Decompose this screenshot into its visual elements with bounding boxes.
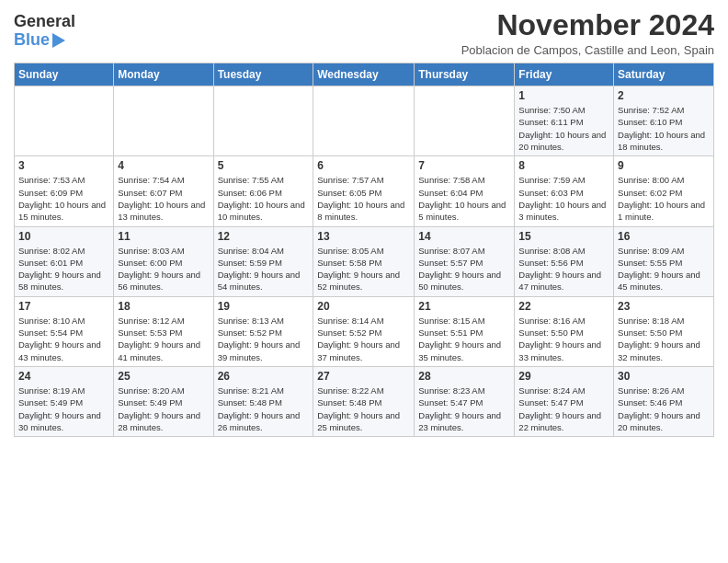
- day-number: 25: [118, 370, 209, 383]
- calendar-cell: 16Sunrise: 8:09 AM Sunset: 5:55 PM Dayli…: [614, 226, 714, 296]
- calendar-cell: 10Sunrise: 8:02 AM Sunset: 6:01 PM Dayli…: [15, 226, 114, 296]
- calendar-week-2: 3Sunrise: 7:53 AM Sunset: 6:09 PM Daylig…: [15, 156, 714, 226]
- calendar-week-1: 1Sunrise: 7:50 AM Sunset: 6:11 PM Daylig…: [15, 86, 714, 156]
- day-number: 1: [518, 89, 609, 102]
- calendar-cell: [15, 86, 114, 156]
- calendar-cell: [114, 86, 213, 156]
- day-header-saturday: Saturday: [614, 63, 714, 86]
- day-number: 12: [218, 230, 310, 243]
- day-info: Sunrise: 8:05 AM Sunset: 5:58 PM Dayligh…: [317, 245, 410, 293]
- calendar-cell: [415, 86, 515, 156]
- day-info: Sunrise: 7:52 AM Sunset: 6:10 PM Dayligh…: [618, 104, 710, 153]
- day-number: 28: [418, 370, 510, 383]
- day-info: Sunrise: 8:15 AM Sunset: 5:51 PM Dayligh…: [418, 315, 510, 363]
- calendar-table: SundayMondayTuesdayWednesdayThursdayFrid…: [14, 63, 714, 437]
- header: General Blue November 2024 Poblacion de …: [14, 9, 714, 57]
- day-info: Sunrise: 8:16 AM Sunset: 5:50 PM Dayligh…: [518, 315, 609, 363]
- day-number: 29: [518, 370, 609, 383]
- day-number: 14: [418, 230, 510, 243]
- day-info: Sunrise: 8:12 AM Sunset: 5:53 PM Dayligh…: [118, 315, 209, 363]
- calendar-cell: 20Sunrise: 8:14 AM Sunset: 5:52 PM Dayli…: [313, 296, 415, 366]
- day-number: 8: [518, 159, 609, 172]
- logo: General Blue: [14, 13, 75, 50]
- calendar-cell: 3Sunrise: 7:53 AM Sunset: 6:09 PM Daylig…: [15, 156, 114, 226]
- day-number: 27: [317, 370, 410, 383]
- day-info: Sunrise: 8:09 AM Sunset: 5:55 PM Dayligh…: [618, 245, 710, 293]
- day-number: 24: [18, 370, 109, 383]
- day-info: Sunrise: 7:57 AM Sunset: 6:05 PM Dayligh…: [317, 174, 410, 223]
- day-number: 11: [118, 230, 209, 243]
- calendar-cell: 5Sunrise: 7:55 AM Sunset: 6:06 PM Daylig…: [213, 156, 313, 226]
- day-info: Sunrise: 8:02 AM Sunset: 6:01 PM Dayligh…: [18, 245, 109, 293]
- day-number: 21: [418, 300, 510, 313]
- calendar-cell: 6Sunrise: 7:57 AM Sunset: 6:05 PM Daylig…: [313, 156, 415, 226]
- calendar-cell: 9Sunrise: 8:00 AM Sunset: 6:02 PM Daylig…: [614, 156, 714, 226]
- day-info: Sunrise: 7:59 AM Sunset: 6:03 PM Dayligh…: [518, 174, 609, 223]
- day-info: Sunrise: 7:55 AM Sunset: 6:06 PM Dayligh…: [218, 174, 310, 223]
- calendar-cell: 12Sunrise: 8:04 AM Sunset: 5:59 PM Dayli…: [213, 226, 313, 296]
- calendar-cell: [313, 86, 415, 156]
- day-info: Sunrise: 8:18 AM Sunset: 5:50 PM Dayligh…: [618, 315, 710, 363]
- calendar-cell: 19Sunrise: 8:13 AM Sunset: 5:52 PM Dayli…: [213, 296, 313, 366]
- calendar-cell: 23Sunrise: 8:18 AM Sunset: 5:50 PM Dayli…: [614, 296, 714, 366]
- calendar-cell: 17Sunrise: 8:10 AM Sunset: 5:54 PM Dayli…: [15, 296, 114, 366]
- day-number: 5: [218, 159, 310, 172]
- calendar-cell: 25Sunrise: 8:20 AM Sunset: 5:49 PM Dayli…: [114, 366, 213, 436]
- calendar-cell: 21Sunrise: 8:15 AM Sunset: 5:51 PM Dayli…: [415, 296, 515, 366]
- calendar-cell: 2Sunrise: 7:52 AM Sunset: 6:10 PM Daylig…: [614, 86, 714, 156]
- calendar-cell: 14Sunrise: 8:07 AM Sunset: 5:57 PM Dayli…: [415, 226, 515, 296]
- day-info: Sunrise: 8:14 AM Sunset: 5:52 PM Dayligh…: [317, 315, 410, 363]
- day-number: 7: [418, 159, 510, 172]
- day-number: 19: [218, 300, 310, 313]
- day-number: 26: [218, 370, 310, 383]
- logo-blue-text: Blue: [14, 31, 50, 50]
- calendar-cell: 27Sunrise: 8:22 AM Sunset: 5:48 PM Dayli…: [313, 366, 415, 436]
- calendar-cell: 15Sunrise: 8:08 AM Sunset: 5:56 PM Dayli…: [515, 226, 614, 296]
- day-number: 30: [618, 370, 710, 383]
- day-info: Sunrise: 8:21 AM Sunset: 5:48 PM Dayligh…: [218, 385, 310, 433]
- day-info: Sunrise: 8:23 AM Sunset: 5:47 PM Dayligh…: [418, 385, 510, 433]
- day-number: 6: [317, 159, 410, 172]
- calendar-cell: 18Sunrise: 8:12 AM Sunset: 5:53 PM Dayli…: [114, 296, 213, 366]
- day-info: Sunrise: 8:22 AM Sunset: 5:48 PM Dayligh…: [317, 385, 410, 433]
- day-info: Sunrise: 8:10 AM Sunset: 5:54 PM Dayligh…: [18, 315, 109, 363]
- calendar-cell: 30Sunrise: 8:26 AM Sunset: 5:46 PM Dayli…: [614, 366, 714, 436]
- calendar-week-5: 24Sunrise: 8:19 AM Sunset: 5:49 PM Dayli…: [15, 366, 714, 436]
- day-number: 17: [18, 300, 109, 313]
- day-number: 13: [317, 230, 410, 243]
- day-header-monday: Monday: [114, 63, 213, 86]
- calendar-cell: [213, 86, 313, 156]
- day-info: Sunrise: 8:07 AM Sunset: 5:57 PM Dayligh…: [418, 245, 510, 293]
- calendar-cell: 28Sunrise: 8:23 AM Sunset: 5:47 PM Dayli…: [415, 366, 515, 436]
- day-info: Sunrise: 8:26 AM Sunset: 5:46 PM Dayligh…: [618, 385, 710, 433]
- logo-general-text: General: [14, 13, 75, 31]
- calendar-week-3: 10Sunrise: 8:02 AM Sunset: 6:01 PM Dayli…: [15, 226, 714, 296]
- calendar-body: 1Sunrise: 7:50 AM Sunset: 6:11 PM Daylig…: [15, 86, 714, 437]
- day-info: Sunrise: 7:50 AM Sunset: 6:11 PM Dayligh…: [518, 104, 609, 153]
- month-year-title: November 2024: [461, 9, 714, 41]
- day-number: 2: [618, 89, 710, 102]
- day-number: 9: [618, 159, 710, 172]
- calendar-cell: 13Sunrise: 8:05 AM Sunset: 5:58 PM Dayli…: [313, 226, 415, 296]
- day-info: Sunrise: 8:04 AM Sunset: 5:59 PM Dayligh…: [218, 245, 310, 293]
- day-number: 10: [18, 230, 109, 243]
- day-info: Sunrise: 8:19 AM Sunset: 5:49 PM Dayligh…: [18, 385, 109, 433]
- calendar-cell: 7Sunrise: 7:58 AM Sunset: 6:04 PM Daylig…: [415, 156, 515, 226]
- calendar-cell: 1Sunrise: 7:50 AM Sunset: 6:11 PM Daylig…: [515, 86, 614, 156]
- day-number: 18: [118, 300, 209, 313]
- location-subtitle: Poblacion de Campos, Castille and Leon, …: [461, 43, 714, 57]
- calendar-cell: 24Sunrise: 8:19 AM Sunset: 5:49 PM Dayli…: [15, 366, 114, 436]
- calendar-cell: 4Sunrise: 7:54 AM Sunset: 6:07 PM Daylig…: [114, 156, 213, 226]
- day-number: 22: [518, 300, 609, 313]
- day-info: Sunrise: 7:54 AM Sunset: 6:07 PM Dayligh…: [118, 174, 209, 223]
- day-header-sunday: Sunday: [15, 63, 114, 86]
- day-number: 20: [317, 300, 410, 313]
- title-area: November 2024 Poblacion de Campos, Casti…: [461, 9, 714, 57]
- header-row: SundayMondayTuesdayWednesdayThursdayFrid…: [15, 63, 714, 86]
- calendar-cell: 11Sunrise: 8:03 AM Sunset: 6:00 PM Dayli…: [114, 226, 213, 296]
- day-header-thursday: Thursday: [415, 63, 515, 86]
- day-info: Sunrise: 8:08 AM Sunset: 5:56 PM Dayligh…: [518, 245, 609, 293]
- day-info: Sunrise: 8:03 AM Sunset: 6:00 PM Dayligh…: [118, 245, 209, 293]
- day-number: 23: [618, 300, 710, 313]
- calendar-cell: 22Sunrise: 8:16 AM Sunset: 5:50 PM Dayli…: [515, 296, 614, 366]
